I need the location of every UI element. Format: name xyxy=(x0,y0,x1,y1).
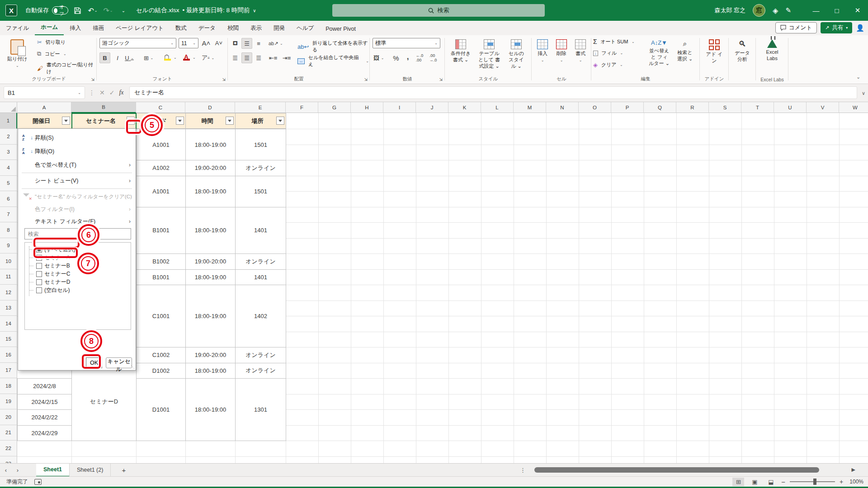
autosum-button[interactable]: Σ オート SUM ⌄ xyxy=(593,38,635,45)
save-icon[interactable] xyxy=(71,4,84,17)
column-header-O[interactable]: O xyxy=(579,102,611,113)
column-header-T[interactable]: T xyxy=(741,102,774,113)
checkbox-unchecked[interactable] xyxy=(36,271,42,277)
tab-表示[interactable]: 表示 xyxy=(245,22,268,35)
font-size-combo[interactable]: 11⌄ xyxy=(179,38,198,48)
sheet-nav-prev-icon[interactable]: ‹ xyxy=(0,467,12,474)
borders-button[interactable]: ⊞ ⌄ xyxy=(143,52,154,63)
minimize-button[interactable]: — xyxy=(806,0,826,21)
column-header-F[interactable]: F xyxy=(286,102,318,113)
sheet-tab-Sheet1 (2)[interactable]: Sheet1 (2) xyxy=(70,464,111,477)
tab-数式[interactable]: 数式 xyxy=(170,22,193,35)
filter-dropdown-button-A[interactable] xyxy=(62,117,70,125)
cell-C11[interactable]: B1001 xyxy=(136,269,186,286)
table-header-E[interactable]: 場所 xyxy=(235,113,286,129)
name-box[interactable]: B1⌄ xyxy=(4,86,85,99)
row-header-17[interactable]: 17 xyxy=(0,363,17,379)
formula-input[interactable]: セミナー名 xyxy=(129,86,857,99)
zoom-slider[interactable] xyxy=(790,481,835,482)
tab-描画[interactable]: 描画 xyxy=(87,22,110,35)
checklist-item-セミナーC[interactable]: セミナーC xyxy=(25,270,131,278)
tab-ヘルプ[interactable]: ヘルプ xyxy=(291,22,320,35)
checkbox-unchecked[interactable] xyxy=(36,287,42,293)
cell-A20[interactable]: 2024/2/22 xyxy=(17,409,72,426)
align-center-button[interactable]: ☰ xyxy=(241,52,252,63)
cell-E4[interactable]: オンライン xyxy=(235,160,286,176)
new-sheet-button[interactable]: + xyxy=(122,466,126,474)
delete-cells-button[interactable]: 削除⌄ xyxy=(552,37,571,65)
cell-C16[interactable]: C1002 xyxy=(136,347,186,363)
shrink-font-button[interactable]: A˅ xyxy=(213,38,224,48)
fill-color-button[interactable]: ⛫ xyxy=(162,52,173,62)
format-as-table-button[interactable]: テーブルとして 書式設定 ⌄ xyxy=(475,37,504,71)
cut-button[interactable]: ✂ 切り取り xyxy=(37,39,66,46)
tab-データ[interactable]: データ xyxy=(193,22,222,35)
quick-access-chevron-icon[interactable]: ⌄ xyxy=(117,4,130,17)
cell-C10[interactable]: B1002 xyxy=(136,253,186,270)
table-header-A[interactable]: 開催日 xyxy=(17,113,72,129)
document-title[interactable]: セルの結合.xlsx • 最終更新日時: 8 時間前 ∨ xyxy=(136,6,256,14)
row-header-22[interactable]: 22 xyxy=(0,441,17,456)
cell-E11[interactable]: 1401 xyxy=(235,269,286,286)
cell-D18[interactable]: 18:00-19:00 xyxy=(185,378,236,441)
row-header-14[interactable]: 14 xyxy=(0,316,17,332)
scroll-right-icon[interactable]: ▶ xyxy=(852,467,855,473)
sheetbar-more-icon[interactable]: ⋮ xyxy=(520,467,526,474)
cell-B17[interactable]: セミナーD xyxy=(71,363,137,441)
cell-C5[interactable]: A1001 xyxy=(136,176,186,207)
row-header-23[interactable]: 23 xyxy=(0,456,17,464)
orientation-button[interactable]: ab↗ ⌄ xyxy=(268,38,284,49)
row-header-9[interactable]: 9 xyxy=(0,238,17,254)
cell-E17[interactable]: オンライン xyxy=(235,363,286,379)
currency-format-button[interactable]: 🖼 ⌄ xyxy=(373,52,385,63)
column-header-P[interactable]: P xyxy=(611,102,644,113)
column-header-N[interactable]: N xyxy=(546,102,579,113)
cell-D12[interactable]: 18:00-19:00 xyxy=(185,285,236,347)
share-button[interactable]: ↗ 共有 ▾ xyxy=(821,22,852,33)
page-break-view-icon[interactable]: ⬓ xyxy=(765,478,777,486)
zoom-out-icon[interactable]: − xyxy=(781,478,785,486)
autosave-switch[interactable]: オフ xyxy=(52,6,68,14)
cell-A18[interactable]: 2024/2/8 xyxy=(17,378,72,394)
cell-C17[interactable]: D1002 xyxy=(136,363,186,379)
cell-D17[interactable]: 18:00-19:00 xyxy=(185,363,236,379)
addins-button[interactable]: アド イン xyxy=(703,37,726,66)
column-header-E[interactable]: E xyxy=(235,102,286,113)
cell-A19[interactable]: 2024/2/15 xyxy=(17,394,72,410)
tab-挿入[interactable]: 挿入 xyxy=(64,22,87,35)
copy-button[interactable]: ⧉ コピー ⌄ xyxy=(37,50,66,57)
scrollbar-thumb[interactable] xyxy=(534,467,819,473)
insert-cells-button[interactable]: 挿入⌄ xyxy=(533,37,552,65)
people-icon[interactable]: 👤 xyxy=(856,24,864,32)
cell-D11[interactable]: 18:00-19:00 xyxy=(185,269,236,286)
column-header-C[interactable]: C xyxy=(136,102,185,113)
cell-C2[interactable]: A1001 xyxy=(136,129,186,160)
cell-C12[interactable]: C1001 xyxy=(136,285,186,347)
decrease-decimal-button[interactable]: .00→.0 xyxy=(428,52,439,63)
excel-labs-button[interactable]: Excel Labs xyxy=(759,37,786,64)
row-header-21[interactable]: 21 xyxy=(0,425,17,441)
alignment-dialog-launcher-icon[interactable]: ⇲ xyxy=(364,77,368,82)
row-header-15[interactable]: 15 xyxy=(0,332,17,347)
search-box[interactable]: 検索 xyxy=(332,4,545,17)
cancel-filter-button[interactable]: キャンセル xyxy=(106,357,132,368)
zoom-slider-thumb[interactable] xyxy=(813,479,816,485)
table-header-D[interactable]: 時間 xyxy=(185,113,236,129)
row-header-20[interactable]: 20 xyxy=(0,409,17,425)
column-header-K[interactable]: K xyxy=(448,102,481,113)
column-header-Q[interactable]: Q xyxy=(644,102,676,113)
column-header-G[interactable]: G xyxy=(318,102,351,113)
tab-ページ レイアウト[interactable]: ページ レイアウト xyxy=(110,22,170,35)
sheet-tab-Sheet1[interactable]: Sheet1 xyxy=(36,464,70,477)
percent-style-button[interactable]: % xyxy=(391,52,401,63)
menu-item-sort-descending[interactable]: ZA 降順(O) xyxy=(19,145,135,158)
column-header-M[interactable]: M xyxy=(514,102,546,113)
cell-C18[interactable]: D1001 xyxy=(136,378,186,441)
row-header-6[interactable]: 6 xyxy=(0,191,17,207)
row-header-18[interactable]: 18 xyxy=(0,378,17,394)
tab-開発[interactable]: 開発 xyxy=(268,22,291,35)
cell-D16[interactable]: 19:00-20:00 xyxy=(185,347,236,363)
horizontal-scrollbar[interactable]: ▶ xyxy=(533,466,857,474)
cell-D10[interactable]: 19:00-20:00 xyxy=(185,253,236,270)
find-select-button[interactable]: ⌕検索と 選択 ⌄ xyxy=(673,37,697,65)
